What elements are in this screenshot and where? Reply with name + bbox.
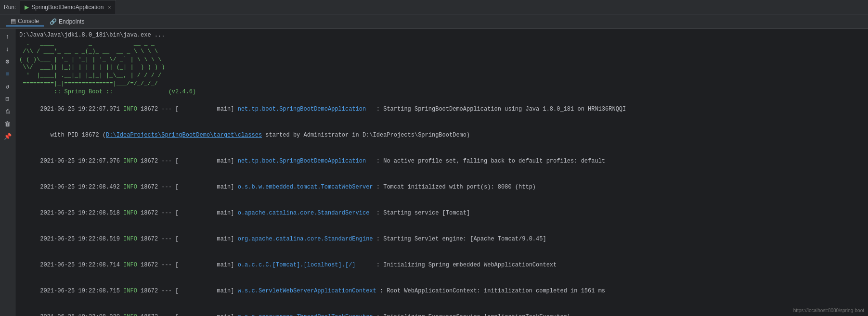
- console-tab-icon: ▤: [11, 18, 16, 25]
- log-line-7: 2021-06-25 19:22:08.715 INFO 18672 --- […: [19, 278, 864, 304]
- rerun-button[interactable]: ↺: [2, 81, 13, 92]
- ascii-art-line-7: :: Spring Boot :: (v2.4.6): [19, 88, 864, 96]
- log-line-pid: with PID 18672 (D:\IdeaProjects\SpringBo…: [19, 122, 864, 148]
- path-link[interactable]: D:\IdeaProjects\SpringBootDemo\target\cl…: [106, 132, 262, 139]
- log-line-1: 2021-06-25 19:22:07.071 INFO 18672 --- […: [19, 96, 864, 122]
- run-tab-name: SpringBootDemoApplication: [31, 4, 104, 11]
- tab-console[interactable]: ▤ Console: [6, 17, 44, 26]
- run-label: Run:: [0, 4, 20, 11]
- ascii-art-line-3: ( ( )\___ | '_ | '_| | '_ \/ _` | \ \ \ …: [19, 56, 864, 64]
- main-area: ↑ ↓ ⚙ ≡ ↺ ⊟ ⎙ 🗑 📌 D:\Java\Java\jdk1.8.0_…: [0, 29, 868, 316]
- run-tab-icon: ▶: [25, 4, 29, 11]
- log-line-5: 2021-06-25 19:22:08.519 INFO 18672 --- […: [19, 226, 864, 252]
- toolbar-row: ▤ Console 🔗 Endpoints: [0, 14, 868, 29]
- down-arrow-button[interactable]: ↓: [2, 43, 13, 55]
- ascii-art-line-2: /\\ / ___'_ __ _ _(_)_ __ __ _ \ \ \ \: [19, 48, 864, 56]
- ascii-art-line-5: ' |____| .__|_| |_|_| |_\__, | / / / /: [19, 72, 864, 80]
- console-tab-label: Console: [18, 18, 39, 25]
- run-tab[interactable]: ▶ SpringBootDemoApplication ×: [20, 0, 116, 14]
- log-line-6: 2021-06-25 19:22:08.714 INFO 18672 --- […: [19, 252, 864, 278]
- endpoints-tab-label: Endpoints: [59, 18, 84, 25]
- run-bar: Run: ▶ SpringBootDemoApplication ×: [0, 0, 868, 14]
- endpoints-tab-icon: 🔗: [50, 18, 57, 25]
- up-arrow-button[interactable]: ↑: [2, 31, 13, 42]
- log-line-2: 2021-06-25 19:22:07.076 INFO 18672 --- […: [19, 148, 864, 174]
- list-view-button[interactable]: ≡: [2, 68, 13, 80]
- settings-button[interactable]: ⚙: [2, 56, 13, 67]
- console-area[interactable]: D:\Java\Java\jdk1.8.0_181\bin\java.exe .…: [15, 29, 868, 316]
- cmd-line: D:\Java\Java\jdk1.8.0_181\bin\java.exe .…: [19, 31, 864, 39]
- log-line-8: 2021-06-25 19:22:08.930 INFO 18672 --- […: [19, 304, 864, 316]
- tab-endpoints[interactable]: 🔗 Endpoints: [45, 17, 89, 26]
- pin-button[interactable]: 📌: [2, 131, 13, 142]
- log-line-4: 2021-06-25 19:22:08.518 INFO 18672 --- […: [19, 200, 864, 226]
- bottom-hint: https://localhost:8080/spring-boot: [793, 307, 864, 314]
- side-toolbar: ↑ ↓ ⚙ ≡ ↺ ⊟ ⎙ 🗑 📌: [0, 29, 15, 316]
- ascii-art-line-6: =========|_|==============|___/=/_/_/_/: [19, 80, 864, 88]
- delete-button[interactable]: 🗑: [2, 118, 13, 130]
- print-button[interactable]: ⎙: [2, 106, 13, 117]
- ascii-art-line-4: \\/ ___)| |_)| | | | | || (_| | ) ) ) ): [19, 63, 864, 72]
- log-line-3: 2021-06-25 19:22:08.492 INFO 18672 --- […: [19, 174, 864, 200]
- filter-button[interactable]: ⊟: [2, 93, 13, 105]
- close-icon[interactable]: ×: [108, 5, 111, 10]
- ascii-art-line-1: . ____ _ __ _ _: [19, 39, 864, 48]
